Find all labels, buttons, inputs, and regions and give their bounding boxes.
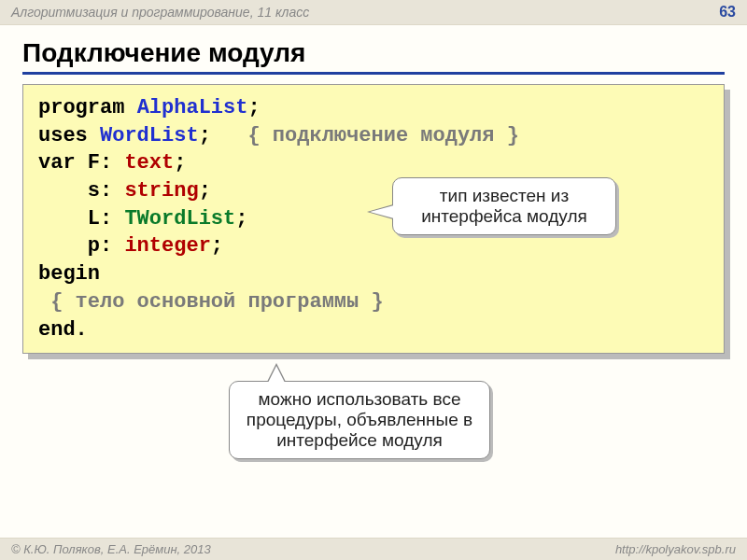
v3: F: — [88, 151, 125, 175]
type-text: text — [124, 151, 174, 175]
id-alphalist: AlphaList — [137, 96, 248, 119]
pad4 — [38, 179, 88, 203]
title-underline — [22, 72, 725, 75]
pad8 — [38, 290, 50, 314]
type-twordlist: TWordList — [124, 207, 235, 231]
kw-end: end. — [38, 318, 88, 342]
v6: p: — [88, 234, 125, 258]
kw-var: var — [38, 151, 88, 175]
header-bar: Алгоритмизация и программирование, 11 кл… — [0, 0, 747, 25]
kw-uses: uses — [38, 124, 100, 147]
copyright: © К.Ю. Поляков, Е.А. Ерёмин, 2013 — [11, 542, 211, 556]
callout-procedures: можно использовать все процедуры, объявл… — [229, 381, 490, 459]
page-number: 63 — [719, 4, 736, 21]
id-wordlist: WordList — [100, 124, 199, 147]
v4: s: — [88, 179, 125, 203]
t6: ; — [211, 234, 223, 258]
footer-url: http://kpolyakov.spb.ru — [615, 542, 736, 556]
callout-type-known: тип известен из интерфейса модуля — [392, 177, 616, 235]
t2: ; — [199, 124, 248, 147]
pad6 — [38, 234, 88, 258]
kw-program: program — [38, 96, 137, 119]
comment-body: { тело основной программы } — [50, 290, 383, 314]
t5: ; — [235, 207, 247, 231]
pad5 — [38, 207, 88, 231]
footer-bar: © К.Ю. Поляков, Е.А. Ерёмин, 2013 http:/… — [0, 538, 747, 560]
t1: ; — [247, 96, 260, 119]
type-string: string — [124, 179, 198, 203]
kw-begin: begin — [38, 262, 100, 286]
type-integer: integer — [124, 234, 210, 258]
course-label: Алгоритмизация и программирование, 11 кл… — [11, 5, 309, 20]
t4: ; — [199, 179, 211, 203]
v5: L: — [88, 207, 125, 231]
slide-title: Подключение модуля — [0, 25, 747, 72]
t3: ; — [174, 151, 186, 175]
comment-uses: { подключение модуля } — [247, 124, 518, 147]
